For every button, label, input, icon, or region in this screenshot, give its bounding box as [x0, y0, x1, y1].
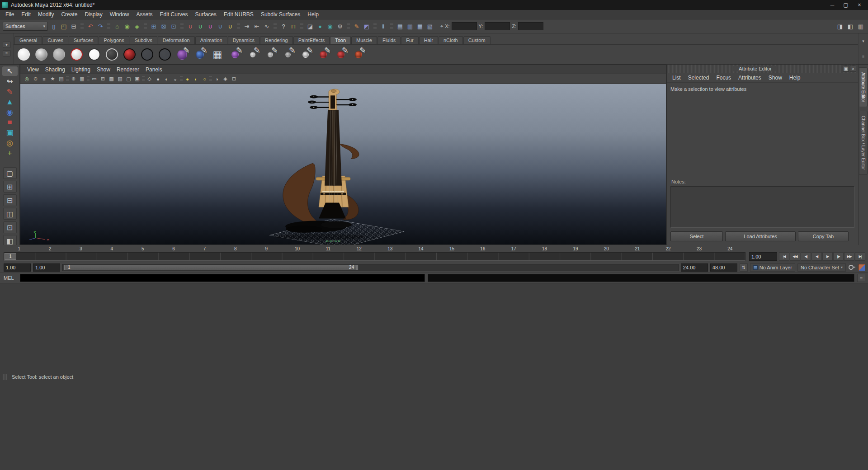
maximize-button[interactable]: ▢	[839, 0, 853, 9]
select-mask-curve-icon[interactable]: ⊠	[159, 22, 168, 31]
render-settings-icon[interactable]: ⚙	[335, 22, 344, 31]
shadows-icon[interactable]: ◑	[213, 75, 221, 83]
mel-input[interactable]	[20, 274, 425, 282]
resolution-gate-icon[interactable]: ⊞	[99, 75, 107, 83]
viewport-separator[interactable]	[66, 76, 69, 82]
mel-output[interactable]	[428, 274, 854, 282]
ae-menu-item[interactable]: Focus	[712, 74, 735, 82]
mel-label[interactable]: MEL	[4, 275, 17, 281]
toolbar-group-separator[interactable]	[300, 22, 303, 30]
layout-single-pane[interactable]: ▢	[3, 167, 17, 179]
new-scene-icon[interactable]: ▯	[49, 22, 58, 31]
play-backwards-button[interactable]: ◀	[811, 252, 822, 261]
camera-attributes-icon[interactable]: ≡	[40, 75, 48, 83]
toon-shelf-stroke-brush-1[interactable]: ✎	[245, 47, 261, 63]
snap-to-points-icon[interactable]: ∪	[206, 22, 215, 31]
shelf-tab[interactable]: PaintEffects	[293, 36, 330, 44]
film-gate-icon[interactable]: ▭	[90, 75, 98, 83]
toon-shelf-stroke-brush-3[interactable]: ✎	[280, 47, 296, 63]
hypergraph-icon[interactable]: ▤	[396, 22, 405, 31]
select-hierarchy-icon[interactable]: ⌂	[113, 22, 122, 31]
shelf-tab[interactable]: Fluids	[377, 36, 401, 44]
wireframe-icon[interactable]: ◇	[146, 75, 153, 83]
menu-item[interactable]: Edit	[18, 10, 34, 19]
time-slider-track[interactable]: 1	[4, 252, 745, 261]
range-start-handle[interactable]	[63, 265, 66, 270]
rotate-tool[interactable]: ◉	[2, 108, 18, 117]
toon-shelf-dark-ring-ball[interactable]	[104, 47, 120, 63]
shelf-tab[interactable]: Animation	[195, 36, 227, 44]
ae-menu-item[interactable]: Show	[765, 74, 786, 82]
transform-entry-mode-icon[interactable]: ⌖	[440, 24, 443, 29]
lock-selection-icon[interactable]: ⊓	[289, 22, 298, 31]
shelf-tab[interactable]: Dynamics	[228, 36, 259, 44]
ae-menu-item[interactable]: Attributes	[735, 74, 765, 82]
panel-menu-item[interactable]: View	[24, 66, 42, 74]
menu-item[interactable]: File	[2, 10, 18, 19]
toon-shelf-red-rim-ball[interactable]	[68, 47, 85, 63]
menu-item[interactable]: Window	[106, 10, 133, 19]
use-all-lights-icon[interactable]: ●	[184, 75, 191, 83]
range-slider-bar[interactable]: 1 24	[63, 265, 359, 270]
ipr-render-icon[interactable]: ◉	[326, 22, 335, 31]
range-slider-groove[interactable]: 1 24	[62, 264, 679, 271]
ae-menu-item[interactable]: Help	[786, 74, 804, 82]
sn ap-to-curves-icon[interactable]: ∪	[196, 22, 205, 31]
panel-menu-item[interactable]: Show	[94, 66, 113, 74]
go-to-end-button[interactable]: ▶|	[855, 252, 865, 261]
snap-to-view-planes-icon[interactable]: ∪	[216, 22, 225, 31]
panel-menu-item[interactable]: Renderer	[113, 66, 142, 74]
lasso-tool[interactable]: ↬	[2, 77, 18, 86]
interactive-playback-icon[interactable]: ‖	[379, 22, 388, 31]
current-time-field[interactable]	[749, 252, 777, 261]
save-scene-icon[interactable]: ⊟	[69, 22, 78, 31]
animation-end-field[interactable]	[710, 263, 737, 272]
tab-attribute-editor[interactable]: Attribute Editor	[859, 67, 868, 107]
image-plane-icon[interactable]: ▤	[57, 75, 65, 83]
menu-item[interactable]: Create	[57, 10, 81, 19]
shelf-tab[interactable]: Custom	[463, 36, 491, 44]
paint-select-tool[interactable]: ✎	[2, 87, 18, 97]
animation-start-field[interactable]	[4, 263, 31, 272]
playback-start-field[interactable]	[33, 263, 60, 272]
render-current-frame-icon[interactable]: ●	[316, 22, 325, 31]
select-tool[interactable]: ↖	[2, 66, 18, 76]
range-updown-icon[interactable]: ⇅	[740, 263, 748, 272]
select-mask-mesh-icon[interactable]: ⊞	[149, 22, 158, 31]
select-object-icon[interactable]: ◉	[123, 22, 132, 31]
toon-shelf-ball-brush-small[interactable]: ✎	[297, 47, 314, 63]
viewport-separator[interactable]	[209, 76, 212, 82]
shelf-tab[interactable]: nCloth	[439, 36, 463, 44]
toon-shelf-outline-ball-2[interactable]	[156, 47, 173, 63]
panel-menu-item[interactable]: Panels	[142, 66, 165, 74]
shelf-tab[interactable]: Fur	[401, 36, 419, 44]
animation-preferences-icon[interactable]	[858, 264, 865, 271]
toolbar-group-separator[interactable]	[237, 22, 240, 30]
toon-shelf-modifier-grid[interactable]: ▦	[209, 47, 226, 63]
toolbar-group-separator[interactable]	[144, 22, 147, 30]
toon-shelf-solid-white-ball[interactable]	[15, 47, 32, 63]
smooth-shade-icon[interactable]: ●	[154, 75, 162, 83]
safe-action-icon[interactable]: ▢	[125, 75, 132, 83]
auto-keyframe-icon[interactable]	[848, 263, 856, 271]
tab-channel-box-layer-editor[interactable]: Channel Box / Layer Editor	[859, 111, 868, 175]
menu-item[interactable]: Modify	[34, 10, 57, 19]
paint-effects-panel-icon[interactable]: ✎	[352, 22, 361, 31]
shelf-tab[interactable]: Muscle	[351, 36, 377, 44]
menu-item[interactable]: Assets	[132, 10, 156, 19]
toolbar-group-separator[interactable]	[180, 22, 184, 30]
script-editor-icon[interactable]: ≡	[857, 274, 865, 282]
select-camera-icon[interactable]: ◎	[23, 75, 31, 83]
shelf-tab[interactable]: Curves	[42, 36, 68, 44]
toon-shelf-flat-white-ball[interactable]	[86, 47, 102, 63]
show-manipulator-tool[interactable]: +	[2, 149, 18, 158]
toon-shelf-purple-sparkle-brush[interactable]: ✎	[227, 47, 243, 63]
viewport-separator[interactable]	[180, 76, 183, 82]
open-scene-icon[interactable]: ◰	[59, 22, 68, 31]
input-connections-icon[interactable]: ⇥	[242, 22, 251, 31]
toolbar-group-separator[interactable]	[373, 22, 377, 30]
viewport-canvas[interactable]: y x persp	[20, 84, 666, 244]
layout-two-pane-stacked[interactable]: ⊟	[3, 194, 17, 206]
viewport-separator[interactable]	[87, 76, 90, 82]
toolbar-group-separator[interactable]	[274, 22, 277, 30]
